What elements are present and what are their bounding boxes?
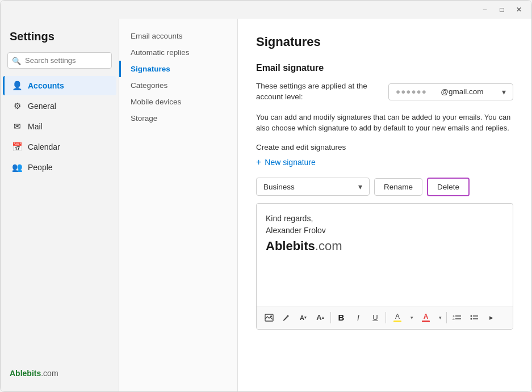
search-icon: 🔍 (12, 56, 21, 65)
toolbar-highlight-color-button[interactable]: A (388, 310, 407, 326)
toolbar-fontcolor-dropdown[interactable]: ▾ (436, 310, 444, 326)
company-name: Ablebits (266, 239, 315, 253)
main-content: Settings 🔍 👤 Accounts ⚙ General ✉ Mail 📅… (1, 19, 531, 391)
sidebar-item-label: Mail (28, 122, 43, 131)
toolbar-highlight-dropdown[interactable]: ▾ (408, 310, 416, 326)
plus-icon: + (256, 157, 261, 167)
calendar-icon: 📅 (12, 142, 22, 152)
toolbar-separator-2 (386, 312, 386, 323)
toolbar-separator-1 (330, 312, 331, 323)
highlight-color-bar (393, 321, 401, 322)
signature-toolbar: A▾ A▴ B I U A ▾ (257, 306, 513, 329)
sidebar-item-mail[interactable]: ✉ Mail (3, 117, 116, 136)
maximize-button[interactable]: □ (494, 3, 510, 16)
close-button[interactable]: ✕ (511, 3, 527, 16)
title-bar: – □ ✕ (1, 1, 531, 19)
minimize-button[interactable]: – (477, 3, 493, 16)
svg-text:2.: 2. (453, 317, 455, 321)
email-signature-title: Email signature (256, 63, 513, 73)
sidebar-item-accounts[interactable]: 👤 Accounts (3, 76, 116, 95)
fontcolor-a-label: A (424, 313, 429, 320)
sidebar-item-people[interactable]: 👥 People (3, 158, 116, 177)
svg-point-8 (471, 318, 472, 319)
settings-window: – □ ✕ Settings 🔍 👤 Accounts ⚙ General ✉ … (0, 0, 532, 392)
page-title: Signatures (256, 35, 513, 49)
mail-icon: ✉ (12, 121, 22, 132)
people-icon: 👥 (12, 162, 22, 172)
create-label: Create and edit signatures (256, 143, 513, 151)
general-icon: ⚙ (12, 101, 22, 111)
applied-label: These settings are applied at the accoun… (256, 81, 379, 103)
toolbar-font-size-down-button[interactable]: A▾ (295, 310, 311, 326)
email-domain: @gmail.com (441, 87, 483, 96)
toolbar-format-button[interactable] (278, 310, 294, 326)
dropdown-chevron-icon: ▾ (502, 87, 506, 96)
toolbar-unordered-list-button[interactable] (466, 310, 482, 326)
middle-item-signatures[interactable]: Signatures (119, 61, 237, 77)
new-signature-label: New signature (265, 158, 316, 167)
accounts-icon: 👤 (12, 81, 22, 91)
middle-item-mobile-devices[interactable]: Mobile devices (119, 94, 237, 110)
svg-point-6 (471, 315, 472, 317)
middle-item-storage[interactable]: Storage (119, 110, 237, 127)
company-suffix: .com (315, 239, 342, 253)
description-text: You can add and modify signatures that c… (256, 112, 513, 134)
search-box: 🔍 (7, 52, 112, 69)
email-masked: ●●●●●● (396, 87, 427, 96)
signature-name: Business (263, 183, 295, 191)
signature-company: Ablebits.com (266, 237, 504, 255)
middle-item-email-accounts[interactable]: Email accounts (119, 28, 237, 44)
signature-line2: Alexander Frolov (266, 225, 504, 237)
highlight-a-label: A (395, 313, 400, 320)
svg-point-1 (270, 315, 272, 317)
toolbar-font-size-up-button[interactable]: A▴ (312, 310, 328, 326)
brand-suffix: .com (41, 369, 58, 378)
sidebar-title: Settings (1, 26, 119, 52)
account-row: These settings are applied at the accoun… (256, 81, 513, 103)
sidebar-item-label: Calendar (28, 142, 60, 151)
font-color-bar (422, 321, 430, 322)
rename-button[interactable]: Rename (374, 178, 422, 196)
signature-controls: Business ▾ Rename Delete (256, 178, 513, 196)
toolbar-bold-button[interactable]: B (333, 310, 349, 326)
middle-item-automatic-replies[interactable]: Automatic replies (119, 44, 237, 61)
toolbar-image-button[interactable] (261, 310, 277, 326)
sidebar-item-general[interactable]: ⚙ General (3, 96, 116, 116)
search-input[interactable] (7, 52, 112, 69)
toolbar-font-color-button[interactable]: A (417, 310, 435, 326)
middle-item-categories[interactable]: Categories (119, 77, 237, 94)
brand-label: Ablebits.com (1, 362, 119, 385)
toolbar-more-button[interactable]: ▸ (483, 310, 499, 326)
sig-dropdown-chevron-icon: ▾ (358, 182, 362, 191)
signature-editor[interactable]: Kind regards, Alexander Frolov Ablebits.… (256, 203, 513, 330)
brand-name: Ablebits (10, 369, 41, 378)
middle-panel: Email accounts Automatic replies Signatu… (119, 19, 238, 391)
sidebar-item-calendar[interactable]: 📅 Calendar (3, 137, 116, 157)
account-dropdown[interactable]: ●●●●●● @gmail.com ▾ (388, 83, 513, 100)
signature-line1: Kind regards, (266, 213, 504, 225)
toolbar-ordered-list-button[interactable]: 1.2. (449, 310, 465, 326)
right-panel: Signatures Email signature These setting… (238, 19, 531, 391)
toolbar-underline-button[interactable]: U (367, 310, 383, 326)
sidebar-item-label: People (28, 163, 53, 172)
sidebar: Settings 🔍 👤 Accounts ⚙ General ✉ Mail 📅… (1, 19, 119, 391)
toolbar-separator-3 (446, 312, 447, 323)
delete-button[interactable]: Delete (427, 178, 470, 196)
new-signature-button[interactable]: + New signature (256, 157, 316, 167)
sidebar-brand: Ablebits.com (1, 362, 119, 385)
signature-dropdown[interactable]: Business ▾ (256, 178, 370, 196)
signature-body[interactable]: Kind regards, Alexander Frolov Ablebits.… (257, 204, 513, 306)
sidebar-item-label: Accounts (28, 81, 64, 90)
toolbar-italic-button[interactable]: I (350, 310, 366, 326)
sidebar-item-label: General (28, 102, 56, 111)
